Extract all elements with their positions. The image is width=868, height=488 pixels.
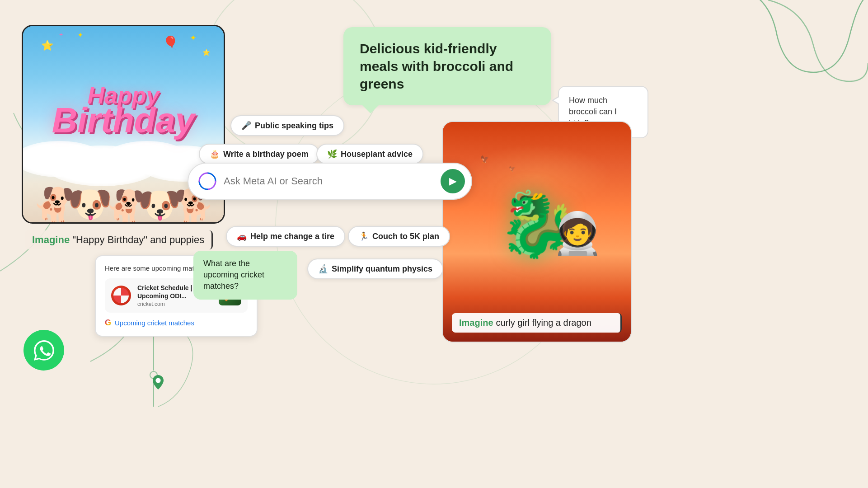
imagine-label: Imagine bbox=[32, 234, 70, 246]
google-link-text: Upcoming cricket matches bbox=[115, 319, 194, 327]
meals-text: Delicious kid-friendly meals with brocco… bbox=[360, 41, 513, 91]
meta-ai-logo bbox=[197, 171, 217, 191]
birthday-text: Birthday bbox=[52, 103, 195, 138]
cricket-url: cricket.com bbox=[137, 301, 212, 307]
cricket-logo bbox=[111, 286, 131, 305]
dragon-caption-text: curly girl flying a dragon bbox=[496, 318, 591, 328]
chip-public-speaking-label: Public speaking tips bbox=[255, 121, 333, 131]
search-input[interactable] bbox=[224, 175, 434, 187]
chip-birthday-poem[interactable]: 🎂 Write a birthday poem bbox=[199, 144, 319, 164]
tire-icon: 🚗 bbox=[237, 231, 247, 241]
chip-houseplant-label: Houseplant advice bbox=[341, 150, 413, 159]
chip-change-tire[interactable]: 🚗 Help me change a tire bbox=[226, 226, 345, 247]
send-icon: ▶ bbox=[449, 175, 457, 187]
chip-birthday-poem-label: Write a birthday poem bbox=[223, 150, 309, 159]
dragon-caption: Imagine curly girl flying a dragon bbox=[452, 313, 622, 333]
svg-point-7 bbox=[155, 378, 160, 383]
chip-quantum[interactable]: 🔬 Simplify quantum physics bbox=[307, 258, 443, 279]
quantum-icon: 🔬 bbox=[318, 264, 328, 274]
search-send-button[interactable]: ▶ bbox=[441, 169, 465, 193]
imagine-birthday-text: "Happy Birthday" and puppies bbox=[72, 234, 204, 246]
meals-bubble: Delicious kid-friendly meals with brocco… bbox=[343, 27, 551, 105]
chip-public-speaking[interactable]: 🎤 Public speaking tips bbox=[230, 115, 344, 136]
whatsapp-logo bbox=[23, 330, 64, 371]
chip-houseplant[interactable]: 🌿 Houseplant advice bbox=[316, 144, 423, 164]
cricket-query-text: What are the upcoming cricket matches? bbox=[203, 259, 264, 291]
chip-change-tire-label: Help me change a tire bbox=[250, 232, 334, 241]
houseplant-icon: 🌿 bbox=[327, 149, 337, 159]
location-pin-2 bbox=[153, 375, 164, 391]
dragon-imagine-label: Imagine bbox=[459, 318, 493, 328]
search-container: ▶ bbox=[188, 163, 472, 200]
public-speaking-icon: 🎤 bbox=[241, 121, 251, 131]
birthday-poem-icon: 🎂 bbox=[210, 149, 220, 159]
chip-quantum-label: Simplify quantum physics bbox=[332, 264, 432, 274]
running-icon: 🏃 bbox=[359, 231, 369, 241]
chip-couch-5k[interactable]: 🏃 Couch to 5K plan bbox=[348, 226, 450, 247]
search-bar: ▶ bbox=[188, 163, 472, 200]
birthday-imagine-caption: Imagine "Happy Birthday" and puppies bbox=[25, 230, 213, 249]
dragon-card: 🐉 🧑‍🚀 🦅 🦅 Imagine curly girl flying a dr… bbox=[442, 121, 632, 343]
chip-couch-5k-label: Couch to 5K plan bbox=[372, 232, 439, 241]
google-g-icon: G bbox=[105, 318, 111, 328]
google-search-link[interactable]: G Upcoming cricket matches bbox=[105, 318, 248, 328]
cricket-query-bubble: What are the upcoming cricket matches? bbox=[193, 251, 297, 300]
